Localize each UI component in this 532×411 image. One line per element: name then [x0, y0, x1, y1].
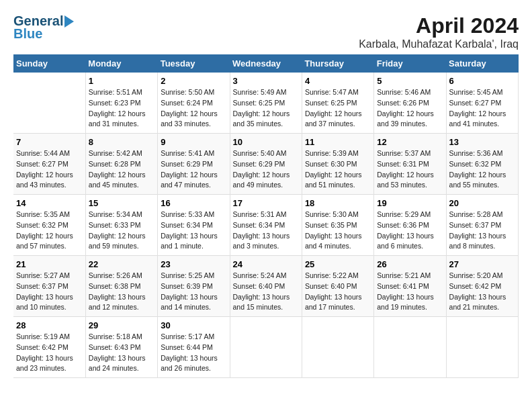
- day-number: 26: [377, 259, 443, 269]
- calendar-cell: 7Sunrise: 5:44 AMSunset: 6:27 PMDaylight…: [13, 134, 85, 195]
- calendar-cell: 10Sunrise: 5:40 AMSunset: 6:29 PMDayligh…: [230, 134, 302, 195]
- calendar-cell: 2Sunrise: 5:50 AMSunset: 6:24 PMDaylight…: [158, 73, 230, 134]
- day-number: 20: [449, 198, 515, 208]
- day-number: 3: [233, 76, 299, 86]
- calendar-cell: [302, 317, 373, 378]
- day-detail: Sunrise: 5:34 AMSunset: 6:33 PMDaylight:…: [89, 210, 154, 252]
- day-detail: Sunrise: 5:26 AMSunset: 6:38 PMDaylight:…: [89, 271, 154, 313]
- day-number: 15: [89, 198, 154, 208]
- day-detail: Sunrise: 5:46 AMSunset: 6:26 PMDaylight:…: [377, 87, 443, 130]
- day-number: 21: [16, 259, 83, 269]
- day-number: 1: [89, 76, 154, 86]
- calendar-cell: 3Sunrise: 5:49 AMSunset: 6:25 PMDaylight…: [230, 73, 302, 134]
- calendar-cell: 19Sunrise: 5:29 AMSunset: 6:36 PMDayligh…: [374, 195, 446, 256]
- day-detail: Sunrise: 5:30 AMSunset: 6:35 PMDaylight:…: [305, 210, 371, 252]
- day-detail: Sunrise: 5:17 AMSunset: 6:44 PMDaylight:…: [161, 332, 226, 374]
- calendar-cell: 4Sunrise: 5:47 AMSunset: 6:25 PMDaylight…: [302, 73, 373, 134]
- day-detail: Sunrise: 5:33 AMSunset: 6:34 PMDaylight:…: [161, 210, 226, 252]
- calendar-cell: 5Sunrise: 5:46 AMSunset: 6:26 PMDaylight…: [374, 73, 446, 134]
- title-block: April 2024 Karbala, Muhafazat Karbala', …: [359, 13, 519, 50]
- day-detail: Sunrise: 5:44 AMSunset: 6:27 PMDaylight:…: [16, 148, 83, 191]
- day-detail: Sunrise: 5:25 AMSunset: 6:39 PMDaylight:…: [161, 271, 226, 313]
- day-detail: Sunrise: 5:39 AMSunset: 6:30 PMDaylight:…: [305, 148, 371, 191]
- calendar-cell: [374, 317, 446, 378]
- calendar-week-row: 28Sunrise: 5:19 AMSunset: 6:42 PMDayligh…: [13, 317, 519, 378]
- column-header-sunday: Sunday: [13, 54, 85, 73]
- calendar-cell: 14Sunrise: 5:35 AMSunset: 6:32 PMDayligh…: [13, 195, 85, 256]
- day-detail: Sunrise: 5:37 AMSunset: 6:31 PMDaylight:…: [377, 148, 443, 191]
- day-detail: Sunrise: 5:31 AMSunset: 6:34 PMDaylight:…: [233, 210, 299, 252]
- calendar-cell: 13Sunrise: 5:36 AMSunset: 6:32 PMDayligh…: [446, 134, 518, 195]
- calendar-cell: 27Sunrise: 5:20 AMSunset: 6:42 PMDayligh…: [446, 256, 518, 317]
- day-detail: Sunrise: 5:47 AMSunset: 6:25 PMDaylight:…: [305, 87, 371, 130]
- calendar-table: SundayMondayTuesdayWednesdayThursdayFrid…: [13, 54, 519, 378]
- calendar-cell: 16Sunrise: 5:33 AMSunset: 6:34 PMDayligh…: [158, 195, 230, 256]
- day-detail: Sunrise: 5:21 AMSunset: 6:41 PMDaylight:…: [377, 271, 443, 313]
- day-number: 11: [305, 137, 371, 147]
- calendar-cell: 25Sunrise: 5:22 AMSunset: 6:40 PMDayligh…: [302, 256, 373, 317]
- day-number: 2: [161, 76, 226, 86]
- calendar-cell: 28Sunrise: 5:19 AMSunset: 6:42 PMDayligh…: [13, 317, 85, 378]
- calendar-header-row: SundayMondayTuesdayWednesdayThursdayFrid…: [13, 54, 519, 73]
- day-detail: Sunrise: 5:28 AMSunset: 6:37 PMDaylight:…: [449, 210, 515, 252]
- day-number: 14: [16, 198, 83, 208]
- calendar-cell: 24Sunrise: 5:24 AMSunset: 6:40 PMDayligh…: [230, 256, 302, 317]
- column-header-friday: Friday: [374, 54, 446, 73]
- day-detail: Sunrise: 5:40 AMSunset: 6:29 PMDaylight:…: [233, 148, 299, 191]
- page-title: April 2024: [359, 13, 519, 38]
- calendar-cell: 9Sunrise: 5:41 AMSunset: 6:29 PMDaylight…: [158, 134, 230, 195]
- day-number: 9: [161, 137, 226, 147]
- calendar-cell: [446, 317, 518, 378]
- day-number: 12: [377, 137, 443, 147]
- day-number: 24: [233, 259, 299, 269]
- calendar-week-row: 1Sunrise: 5:51 AMSunset: 6:23 PMDaylight…: [13, 73, 519, 134]
- column-header-thursday: Thursday: [302, 54, 373, 73]
- day-detail: Sunrise: 5:19 AMSunset: 6:42 PMDaylight:…: [16, 332, 83, 374]
- day-number: 22: [89, 259, 154, 269]
- day-number: 28: [16, 320, 83, 330]
- page-subtitle: Karbala, Muhafazat Karbala', Iraq: [359, 38, 519, 50]
- day-detail: Sunrise: 5:20 AMSunset: 6:42 PMDaylight:…: [449, 271, 515, 313]
- calendar-cell: 18Sunrise: 5:30 AMSunset: 6:35 PMDayligh…: [302, 195, 373, 256]
- calendar-cell: 26Sunrise: 5:21 AMSunset: 6:41 PMDayligh…: [374, 256, 446, 317]
- calendar-cell: 30Sunrise: 5:17 AMSunset: 6:44 PMDayligh…: [158, 317, 230, 378]
- day-detail: Sunrise: 5:49 AMSunset: 6:25 PMDaylight:…: [233, 87, 299, 130]
- day-detail: Sunrise: 5:24 AMSunset: 6:40 PMDaylight:…: [233, 271, 299, 313]
- day-detail: Sunrise: 5:29 AMSunset: 6:36 PMDaylight:…: [377, 210, 443, 252]
- calendar-cell: 23Sunrise: 5:25 AMSunset: 6:39 PMDayligh…: [158, 256, 230, 317]
- day-detail: Sunrise: 5:50 AMSunset: 6:24 PMDaylight:…: [161, 87, 226, 130]
- day-number: 10: [233, 137, 299, 147]
- day-number: 30: [161, 320, 226, 330]
- calendar-cell: 11Sunrise: 5:39 AMSunset: 6:30 PMDayligh…: [302, 134, 373, 195]
- calendar-cell: 21Sunrise: 5:27 AMSunset: 6:37 PMDayligh…: [13, 256, 85, 317]
- day-detail: Sunrise: 5:36 AMSunset: 6:32 PMDaylight:…: [449, 148, 515, 191]
- calendar-week-row: 21Sunrise: 5:27 AMSunset: 6:37 PMDayligh…: [13, 256, 519, 317]
- day-number: 5: [377, 76, 443, 86]
- day-number: 23: [161, 259, 226, 269]
- calendar-cell: 6Sunrise: 5:45 AMSunset: 6:27 PMDaylight…: [446, 73, 518, 134]
- day-number: 25: [305, 259, 371, 269]
- day-detail: Sunrise: 5:35 AMSunset: 6:32 PMDaylight:…: [16, 210, 83, 252]
- calendar-cell: 29Sunrise: 5:18 AMSunset: 6:43 PMDayligh…: [85, 317, 157, 378]
- logo: General Blue: [13, 13, 75, 42]
- svg-marker-0: [64, 15, 74, 28]
- column-header-saturday: Saturday: [446, 54, 518, 73]
- day-number: 8: [89, 137, 154, 147]
- day-detail: Sunrise: 5:22 AMSunset: 6:40 PMDaylight:…: [305, 271, 371, 313]
- calendar-cell: 17Sunrise: 5:31 AMSunset: 6:34 PMDayligh…: [230, 195, 302, 256]
- day-detail: Sunrise: 5:27 AMSunset: 6:37 PMDaylight:…: [16, 271, 83, 313]
- day-detail: Sunrise: 5:51 AMSunset: 6:23 PMDaylight:…: [89, 87, 154, 130]
- page-header: General Blue April 2024 Karbala, Muhafaz…: [13, 13, 519, 50]
- calendar-week-row: 7Sunrise: 5:44 AMSunset: 6:27 PMDaylight…: [13, 134, 519, 195]
- calendar-cell: 15Sunrise: 5:34 AMSunset: 6:33 PMDayligh…: [85, 195, 157, 256]
- calendar-cell: 12Sunrise: 5:37 AMSunset: 6:31 PMDayligh…: [374, 134, 446, 195]
- logo-arrow-icon: [64, 14, 75, 29]
- calendar-cell: 1Sunrise: 5:51 AMSunset: 6:23 PMDaylight…: [85, 73, 157, 134]
- column-header-monday: Monday: [85, 54, 157, 73]
- day-detail: Sunrise: 5:41 AMSunset: 6:29 PMDaylight:…: [161, 148, 226, 191]
- day-detail: Sunrise: 5:42 AMSunset: 6:28 PMDaylight:…: [89, 148, 154, 191]
- column-header-wednesday: Wednesday: [230, 54, 302, 73]
- day-number: 7: [16, 137, 83, 147]
- day-number: 6: [449, 76, 515, 86]
- day-number: 29: [89, 320, 154, 330]
